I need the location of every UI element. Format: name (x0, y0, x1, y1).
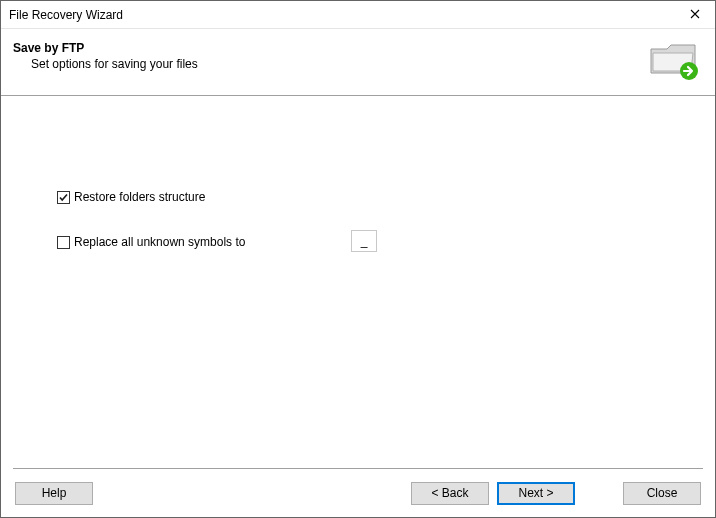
window-close-button[interactable] (675, 1, 715, 29)
back-button[interactable]: < Back (411, 482, 489, 505)
restore-folders-checkbox[interactable] (57, 191, 70, 204)
banner-heading: Save by FTP (13, 41, 198, 55)
replace-unknown-label[interactable]: Replace all unknown symbols to (74, 235, 245, 249)
wizard-content: Restore folders structure Replace all un… (1, 95, 715, 468)
wizard-banner: Save by FTP Set options for saving your … (1, 29, 715, 95)
restore-folders-label[interactable]: Restore folders structure (74, 190, 205, 204)
ftp-folder-icon (647, 39, 703, 83)
wizard-footer: Help < Back Next > Close (1, 469, 715, 517)
next-button[interactable]: Next > (497, 482, 575, 505)
option-restore-folders: Restore folders structure (57, 190, 205, 204)
checkmark-icon (58, 192, 69, 203)
titlebar: File Recovery Wizard (1, 1, 715, 29)
replace-symbol-input[interactable] (351, 230, 377, 252)
replace-unknown-checkbox[interactable] (57, 236, 70, 249)
help-button[interactable]: Help (15, 482, 93, 505)
wizard-window: File Recovery Wizard Save by FTP Set opt… (0, 0, 716, 518)
option-replace-unknown: Replace all unknown symbols to (57, 235, 245, 249)
banner-subheading: Set options for saving your files (13, 55, 198, 71)
close-icon (690, 8, 700, 22)
window-title: File Recovery Wizard (9, 8, 123, 22)
close-button[interactable]: Close (623, 482, 701, 505)
